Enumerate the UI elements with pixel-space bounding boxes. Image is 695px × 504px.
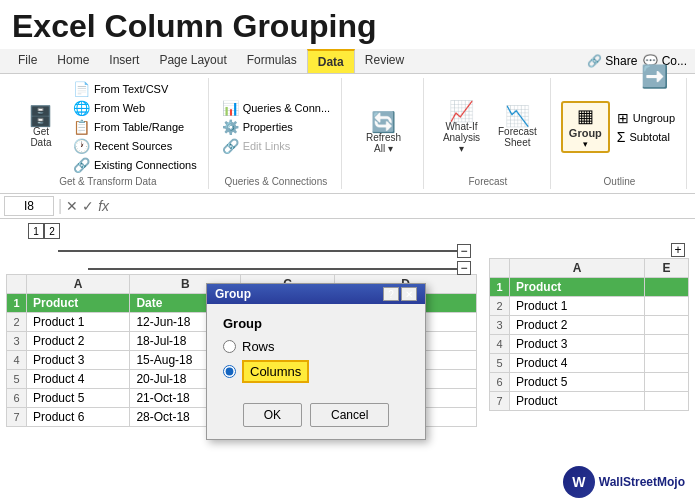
right-cell-p3[interactable]: Product 3 (510, 335, 645, 354)
from-table-btn[interactable]: 📋 From Table/Range (70, 118, 200, 136)
right-cell-p4[interactable]: Product 4 (510, 354, 645, 373)
tab-insert[interactable]: Insert (99, 49, 149, 73)
right-cell-e7[interactable] (644, 392, 688, 411)
radio-rows-input[interactable] (223, 340, 236, 353)
right-row-num-4: 4 (490, 335, 510, 354)
group-button[interactable]: ▦ Group ▾ (561, 101, 610, 153)
right-col-header-e[interactable]: E (644, 259, 688, 278)
right-cell-e2[interactable] (644, 297, 688, 316)
dialog-cancel-btn[interactable]: Cancel (310, 403, 389, 427)
right-row-num-3: 3 (490, 316, 510, 335)
right-cell-e4[interactable] (644, 335, 688, 354)
cell-reference[interactable] (4, 196, 54, 216)
insert-function-icon[interactable]: fx (98, 198, 109, 214)
row-num-7: 7 (7, 408, 27, 427)
from-text-csv-btn[interactable]: 📄 From Text/CSV (70, 80, 200, 98)
ungroup-icon: ⊞ (617, 110, 629, 126)
right-cell-e6[interactable] (644, 373, 688, 392)
tab-review[interactable]: Review (355, 49, 414, 73)
plus-btn[interactable]: + (671, 243, 685, 257)
group-minus-second[interactable]: − (457, 261, 471, 275)
tab-home[interactable]: Home (47, 49, 99, 73)
col-header-a[interactable]: A (27, 275, 130, 294)
whatif-icon: 📈 (449, 101, 474, 121)
recent-sources-btn[interactable]: 🕐 Recent Sources (70, 137, 200, 155)
subtotal-btn[interactable]: Σ Subtotal (614, 128, 678, 146)
share-btn[interactable]: 🔗 Share (587, 54, 637, 68)
confirm-formula-icon[interactable]: ✓ (82, 198, 94, 214)
dialog-titlebar: Group ? ✕ (207, 284, 425, 304)
right-table-row: 2 Product 1 (490, 297, 689, 316)
watermark-text: WallStreetMojo (599, 475, 685, 489)
right-cell-e5[interactable] (644, 354, 688, 373)
cell-product-3[interactable]: Product 3 (27, 351, 130, 370)
ribbon-group-get-transform: 🗄️ Get Data 📄 From Text/CSV 🌐 From Web 📋 (8, 78, 209, 189)
what-if-btn[interactable]: 📈 What-IfAnalysis ▾ (434, 98, 489, 157)
formula-icons: ✕ ✓ fx (66, 198, 109, 214)
properties-btn[interactable]: ⚙️ Properties (219, 118, 333, 136)
edit-links-btn[interactable]: 🔗 Edit Links (219, 137, 333, 155)
right-table-row: 7 Product (490, 392, 689, 411)
properties-icon: ⚙️ (222, 119, 239, 135)
right-row-num-1: 1 (490, 278, 510, 297)
right-cell-p6[interactable]: Product (510, 392, 645, 411)
cell-product-2[interactable]: Product 2 (27, 332, 130, 351)
right-row-num-2: 2 (490, 297, 510, 316)
dialog-title: Group (215, 287, 251, 301)
group-dropdown-arrow: ▾ (583, 139, 588, 149)
cancel-formula-icon[interactable]: ✕ (66, 198, 78, 214)
right-table-row: 3 Product 2 (490, 316, 689, 335)
forecast-label: Forecast (468, 174, 507, 187)
get-data-button[interactable]: 🗄️ Get Data (16, 103, 66, 151)
refresh-all-btn[interactable]: 🔄 RefreshAll ▾ (361, 109, 406, 157)
radio-rows: Rows (223, 339, 409, 354)
level-btn-1[interactable]: 1 (28, 223, 44, 239)
right-header-empty[interactable] (644, 278, 688, 297)
dialog-controls: ? ✕ (383, 287, 417, 301)
ungroup-btn[interactable]: ⊞ Ungroup (614, 109, 678, 127)
dialog-close-btn[interactable]: ✕ (401, 287, 417, 301)
forecast-icon: 📉 (505, 106, 530, 126)
tab-formulas[interactable]: Formulas (237, 49, 307, 73)
right-cell-e3[interactable] (644, 316, 688, 335)
dialog-body: Group Rows Columns (207, 304, 425, 395)
header-product[interactable]: Product (27, 294, 130, 313)
right-cell-p1[interactable]: Product 1 (510, 297, 645, 316)
queries-buttons: 📊 Queries & Conn... ⚙️ Properties 🔗 Edit… (219, 99, 333, 155)
queries-conn-btn[interactable]: 📊 Queries & Conn... (219, 99, 333, 117)
from-web-btn[interactable]: 🌐 From Web (70, 99, 200, 117)
group-minus-top[interactable]: − (457, 244, 471, 258)
right-header-product[interactable]: Product (510, 278, 645, 297)
right-col-header-a[interactable]: A (510, 259, 645, 278)
queries-label: Queries & Connections (224, 174, 327, 187)
radio-rows-label: Rows (242, 339, 275, 354)
right-table-row: 5 Product 4 (490, 354, 689, 373)
right-data-table: A E 1 Product 2 Product 1 3 Product 2 (489, 258, 689, 411)
radio-columns-input[interactable] (223, 365, 236, 378)
cell-product-4[interactable]: Product 4 (27, 370, 130, 389)
tab-pagelayout[interactable]: Page Layout (149, 49, 236, 73)
formula-input[interactable] (113, 199, 691, 213)
tab-file[interactable]: File (8, 49, 47, 73)
dialog-ok-btn[interactable]: OK (243, 403, 302, 427)
group-line-second (88, 268, 467, 270)
level-btn-2[interactable]: 2 (44, 223, 60, 239)
right-spreadsheet: + A E 1 Product 2 Product 1 (489, 223, 689, 427)
cell-product-1[interactable]: Product 1 (27, 313, 130, 332)
connection-icon: 🔗 (73, 157, 90, 173)
get-transform-label: Get & Transform Data (59, 174, 156, 187)
right-cell-p5[interactable]: Product 5 (510, 373, 645, 392)
tab-data[interactable]: Data (307, 49, 355, 73)
database-icon: 🗄️ (28, 106, 53, 126)
right-cell-p2[interactable]: Product 2 (510, 316, 645, 335)
forecast-sheet-btn[interactable]: 📉 ForecastSheet (493, 103, 542, 151)
radio-columns: Columns (223, 360, 409, 383)
cell-product-6[interactable]: Product 6 (27, 408, 130, 427)
existing-connections-btn[interactable]: 🔗 Existing Connections (70, 156, 200, 174)
cell-product-5[interactable]: Product 5 (27, 389, 130, 408)
outline-label: Outline (604, 174, 636, 187)
outline-small-buttons: ⊞ Ungroup Σ Subtotal (614, 109, 678, 146)
row-num-2: 2 (7, 313, 27, 332)
right-corner-cell (490, 259, 510, 278)
dialog-help-btn[interactable]: ? (383, 287, 399, 301)
